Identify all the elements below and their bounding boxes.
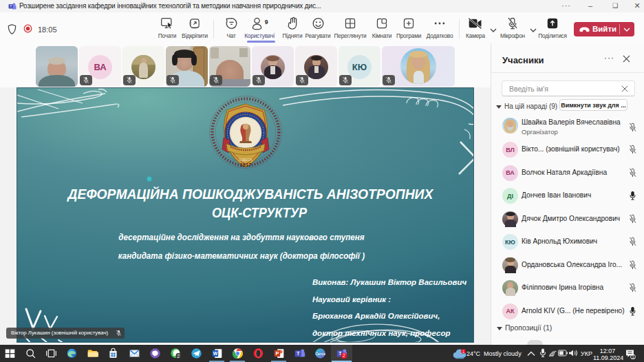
svg-text:1: 1 bbox=[462, 350, 464, 354]
svg-text:T: T bbox=[10, 4, 12, 8]
svg-text:1817: 1817 bbox=[240, 162, 252, 168]
svg-text:9: 9 bbox=[265, 19, 268, 25]
svg-text:P: P bbox=[276, 350, 279, 356]
svg-text:W: W bbox=[213, 351, 218, 356]
svg-text:2: 2 bbox=[343, 353, 345, 358]
svg-text:1: 1 bbox=[632, 354, 634, 359]
svg-text:2: 2 bbox=[177, 353, 180, 359]
svg-text:Canva: Canva bbox=[315, 352, 325, 356]
svg-text:ОДЕСА: ОДЕСА bbox=[239, 158, 252, 162]
